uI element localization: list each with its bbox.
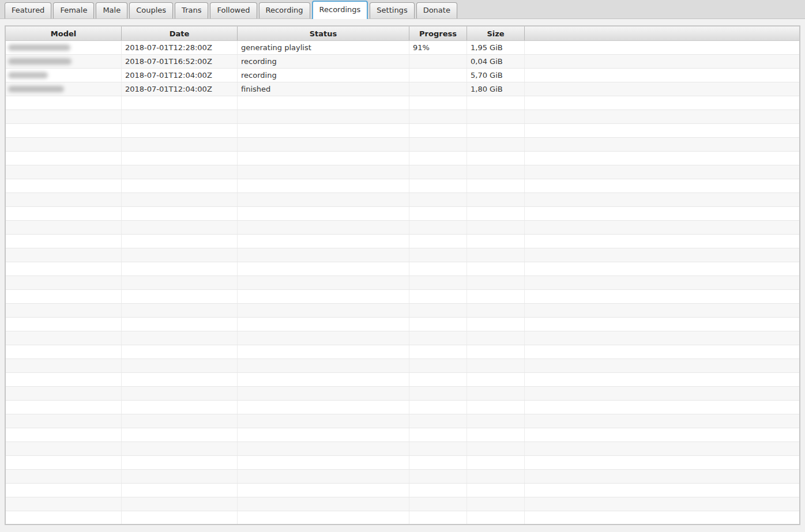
column-header-status[interactable]: Status [238,27,409,40]
table-row[interactable]: 2018-07-01T12:28:00Z generating playlist… [6,41,799,55]
cell-date [122,276,238,289]
cell-progress [409,248,467,262]
cell-filler [525,221,799,234]
cell-size [467,110,525,123]
cell-model [6,470,122,483]
cell-size [467,401,525,414]
cell-progress [409,470,467,483]
tab-settings[interactable]: Settings [370,2,414,18]
cell-progress [409,276,467,289]
cell-progress [409,138,467,151]
cell-size [467,179,525,193]
empty-table-row [6,276,799,290]
column-header-label: Status [310,29,337,38]
empty-table-row [6,414,799,428]
table-header-row: Model Date Status Progress Size [6,27,799,41]
cell-status [238,179,409,193]
empty-table-row [6,262,799,276]
empty-table-row [6,207,799,221]
cell-progress [409,442,467,455]
empty-table-row [6,193,799,207]
cell-status [238,373,409,386]
cell-date [122,290,238,303]
cell-status [238,290,409,303]
cell-status [238,484,409,497]
cell-status [238,511,409,524]
cell-model [6,345,122,359]
cell-model [6,442,122,455]
cell-size [467,318,525,331]
cell-progress [409,165,467,179]
cell-progress [409,387,467,400]
cell-model [6,290,122,303]
empty-table-row [6,235,799,248]
column-header-date[interactable]: Date [122,27,238,40]
cell-filler [525,55,799,68]
empty-table-row [6,331,799,345]
cell-date [122,110,238,123]
cell-filler [525,428,799,442]
empty-table-row [6,318,799,331]
empty-table-row [6,248,799,262]
column-header-progress[interactable]: Progress [409,27,467,40]
cell-status [238,497,409,511]
cell-size [467,428,525,442]
cell-progress [409,304,467,317]
cell-size [467,511,525,524]
cell-status [238,401,409,414]
cell-filler [525,345,799,359]
empty-table-row [6,124,799,138]
cell-size [467,345,525,359]
cell-filler [525,165,799,179]
cell-filler [525,276,799,289]
cell-model [6,484,122,497]
cell-model [6,401,122,414]
cell-progress [409,484,467,497]
cell-size [467,331,525,345]
tab-donate[interactable]: Donate [416,2,457,18]
cell-size [467,387,525,400]
cell-date [122,262,238,276]
tab-trans[interactable]: Trans [175,2,208,18]
cell-size: 0,04 GiB [467,55,525,68]
tab-recording[interactable]: Recording [259,2,310,18]
tab-label: Featured [12,6,44,14]
table-row[interactable]: 2018-07-01T12:04:00Z recording 5,70 GiB [6,69,799,82]
cell-filler [525,470,799,483]
tab-recordings[interactable]: Recordings [312,1,368,19]
table-row[interactable]: 2018-07-01T16:52:00Z recording 0,04 GiB [6,55,799,69]
column-header-filler[interactable] [525,27,799,40]
cell-filler [525,359,799,372]
cell-progress [409,345,467,359]
column-header-size[interactable]: Size [467,27,525,40]
cell-filler [525,414,799,428]
cell-progress [409,318,467,331]
cell-size [467,235,525,248]
cell-size [467,497,525,511]
cell-status [238,331,409,345]
tab-followed[interactable]: Followed [210,2,257,18]
cell-model [6,82,122,96]
cell-progress [409,82,467,96]
empty-table-row [6,110,799,124]
cell-status [238,235,409,248]
cell-size [467,373,525,386]
redacted-model-name [8,44,70,51]
cell-status [238,387,409,400]
tab-female[interactable]: Female [53,2,94,18]
cell-status [238,193,409,206]
table-row[interactable]: 2018-07-01T12:04:00Z finished 1,80 GiB [6,82,799,96]
cell-progress [409,511,467,524]
cell-size [467,414,525,428]
tab-label: Couples [136,6,166,14]
cell-filler [525,373,799,386]
cell-status [238,428,409,442]
tab-featured[interactable]: Featured [5,2,51,18]
column-header-model[interactable]: Model [6,27,122,40]
tab-label: Recordings [319,5,361,14]
cell-status [238,276,409,289]
tab-couples[interactable]: Couples [129,2,173,18]
cell-progress [409,152,467,165]
tab-male[interactable]: Male [96,2,127,18]
cell-model [6,497,122,511]
